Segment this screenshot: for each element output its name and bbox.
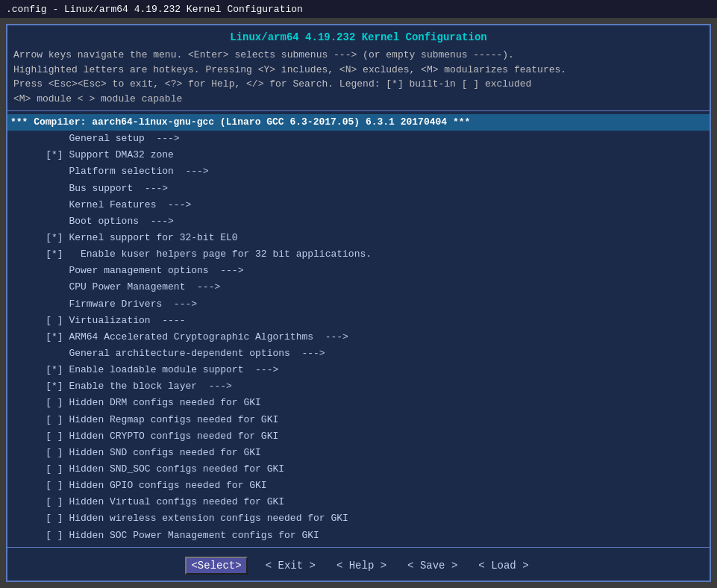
menu-item-block-layer[interactable]: [*] Enable the block layer ---> (7, 378, 710, 395)
help-button[interactable]: < Help > (334, 558, 389, 573)
title-bar: .config - Linux/arm64 4.19.232 Kernel Co… (0, 0, 717, 18)
menu-item-hidden-v4l2[interactable]: [ ] Hidden v4l2 configs for GKI (7, 544, 710, 548)
menu-item-hidden-virtual[interactable]: [ ] Hidden Virtual configs needed for GK… (7, 494, 710, 510)
main-window: Linux/arm64 4.19.232 Kernel Configuratio… (6, 24, 711, 582)
menu-item-arm64-crypto[interactable]: [*] ARM64 Accelerated Cryptographic Algo… (7, 329, 710, 345)
menu-item-hidden-regmap[interactable]: [ ] Hidden Regmap configs needed for GKI (7, 412, 710, 428)
help-text-area: Arrow keys navigate the menu. <Enter> se… (7, 46, 710, 107)
menu-item-support-dma32[interactable]: [*] Support DMA32 zone (7, 147, 710, 163)
help-line-2: Highlighted letters are hotkeys. Pressin… (13, 63, 704, 78)
title-bar-text: .config - Linux/arm64 4.19.232 Kernel Co… (6, 4, 303, 15)
menu-item-firmware-drivers[interactable]: Firmware Drivers ---> (7, 296, 710, 313)
menu-area[interactable]: *** Compiler: aarch64-linux-gnu-gcc (Lin… (7, 110, 710, 548)
menu-item-bus-support[interactable]: Bus support ---> (7, 181, 710, 197)
menu-item-boot-options[interactable]: Boot options ---> (7, 213, 710, 230)
menu-item-hidden-wireless[interactable]: [ ] Hidden wireless extension configs ne… (7, 510, 710, 527)
bottom-nav: <Select> < Exit > < Help > < Save > < Lo… (7, 551, 710, 581)
menu-item-enable-kuser[interactable]: [*] Enable kuser helpers page for 32 bit… (7, 246, 710, 263)
menu-item-hidden-gpio[interactable]: [ ] Hidden GPIO configs needed for GKI (7, 478, 710, 494)
menu-item-kernel-support-32bit[interactable]: [*] Kernel support for 32-bit EL0 (7, 230, 710, 246)
help-line-3: Press <Esc><Esc> to exit, <?> for Help, … (13, 77, 704, 92)
menu-item-general-arch[interactable]: General architecture-dependent options -… (7, 345, 710, 362)
menu-item-hidden-crypto[interactable]: [ ] Hidden CRYPTO configs needed for GKI (7, 428, 710, 445)
menu-item-power-management[interactable]: Power management options ---> (7, 263, 710, 279)
load-button[interactable]: < Load > (475, 558, 531, 573)
menu-item-loadable-module[interactable]: [*] Enable loadable module support ---> (7, 362, 710, 378)
menu-item-general-setup[interactable]: General setup ---> (7, 131, 710, 147)
menu-item-kernel-features[interactable]: Kernel Features ---> (7, 197, 710, 213)
menu-item-hidden-soc-power[interactable]: [ ] Hidden SOC Power Management configs … (7, 528, 710, 544)
exit-button[interactable]: < Exit > (263, 558, 319, 573)
menu-item-hidden-snd[interactable]: [ ] Hidden SND configs needed for GKI (7, 445, 710, 461)
menu-item-hidden-snd-soc[interactable]: [ ] Hidden SND_SOC configs needed for GK… (7, 461, 710, 478)
save-button[interactable]: < Save > (404, 558, 460, 573)
window-title: Linux/arm64 4.19.232 Kernel Configuratio… (7, 25, 710, 46)
help-line-1: Arrow keys navigate the menu. <Enter> se… (13, 48, 704, 63)
menu-item-compiler[interactable]: *** Compiler: aarch64-linux-gnu-gcc (Lin… (7, 114, 710, 131)
menu-item-hidden-drm[interactable]: [ ] Hidden DRM configs needed for GKI (7, 395, 710, 411)
help-line-4: <M> module < > module capable (13, 92, 704, 107)
select-button[interactable]: <Select> (185, 557, 247, 575)
menu-item-virtualization[interactable]: [ ] Virtualization ---- (7, 313, 710, 329)
menu-item-cpu-power[interactable]: CPU Power Management ---> (7, 279, 710, 295)
menu-item-platform-selection[interactable]: Platform selection ---> (7, 163, 710, 180)
